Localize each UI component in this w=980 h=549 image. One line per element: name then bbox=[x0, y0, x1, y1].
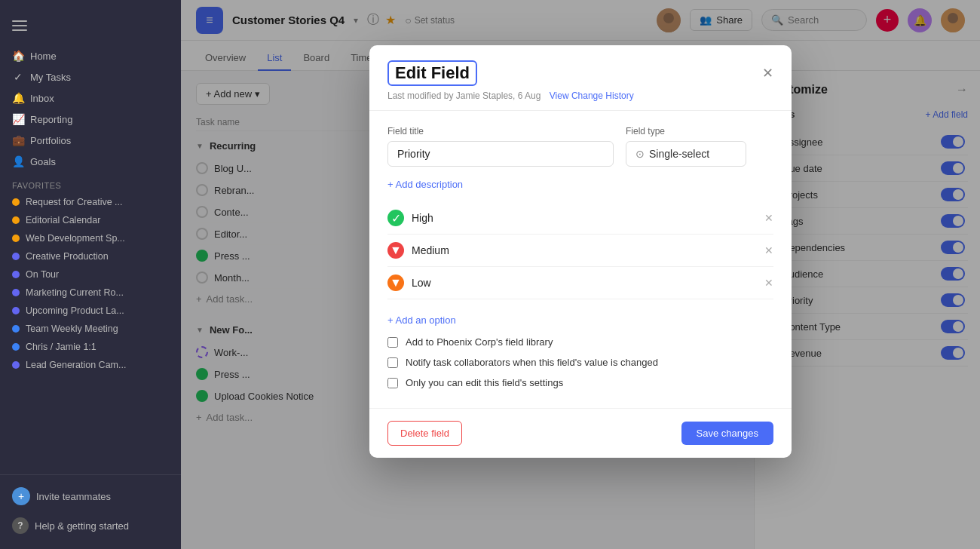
hamburger-menu[interactable] bbox=[9, 15, 30, 36]
sidebar-top bbox=[0, 9, 181, 45]
sidebar-nav: 🏠 Home ✓ My Tasks 🔔 Inbox 📈 Reporting 💼 … bbox=[0, 45, 181, 172]
option-label-medium: Medium bbox=[412, 244, 757, 256]
modal-title-row: Edit Field ✕ bbox=[387, 60, 773, 86]
option-label-low: Low bbox=[412, 277, 757, 289]
checkbox-row-cb1: Add to Phoenix Corp's field library bbox=[387, 332, 773, 352]
field-title-label: Field title bbox=[387, 126, 614, 136]
sidebar-item-reporting[interactable]: 📈 Reporting bbox=[0, 109, 181, 130]
sidebar-item-my-tasks[interactable]: ✓ My Tasks bbox=[0, 66, 181, 87]
sidebar-item-web-dev-sp[interactable]: Web Development Sp... bbox=[0, 229, 181, 247]
fav-dot-icon bbox=[12, 325, 20, 333]
sidebar-item-goals[interactable]: 👤 Goals bbox=[0, 151, 181, 172]
fav-dot-icon bbox=[12, 361, 20, 369]
main-content: ≡ Customer Stories Q4 ▾ ⓘ ★ ○ Set status… bbox=[181, 0, 980, 549]
single-select-icon: ⊙ bbox=[635, 148, 645, 160]
sidebar-item-lead-generation-cam[interactable]: Lead Generation Cam... bbox=[0, 356, 181, 374]
option-row-low: ▼ Low ✕ bbox=[387, 267, 773, 299]
tasks-icon: ✓ bbox=[12, 71, 24, 83]
view-history-link[interactable]: View Change History bbox=[550, 90, 634, 101]
portfolios-icon: 💼 bbox=[12, 134, 24, 146]
modal-overlay: Edit Field ✕ Last modified by Jamie Stap… bbox=[181, 0, 980, 549]
sidebar-item-team-weekly-meeting[interactable]: Team Weekly Meeting bbox=[0, 320, 181, 338]
checkbox-group: Add to Phoenix Corp's field library Noti… bbox=[387, 332, 773, 393]
goals-icon: 👤 bbox=[12, 155, 24, 167]
help-icon: ? bbox=[12, 517, 29, 534]
field-type-group: Field type ⊙ Single-select bbox=[626, 126, 746, 167]
modal-header: Edit Field ✕ Last modified by Jamie Stap… bbox=[369, 45, 792, 111]
modal-subtitle: Last modified by Jamie Staples, 6 Aug Vi… bbox=[387, 90, 773, 101]
sidebar-item-creative-production[interactable]: Creative Production bbox=[0, 247, 181, 265]
edit-field-modal: Edit Field ✕ Last modified by Jamie Stap… bbox=[369, 45, 792, 458]
modal-footer: Delete field Save changes bbox=[369, 408, 792, 458]
field-title-input[interactable] bbox=[387, 141, 614, 167]
fav-dot-icon bbox=[12, 271, 20, 278]
options-list: ✓ High ✕ ▼ Medium ✕ ▼ Low ✕ bbox=[387, 202, 773, 299]
fav-dot-icon bbox=[12, 289, 20, 296]
add-description-button[interactable]: + Add description bbox=[387, 179, 773, 190]
checkbox-label-cb3: Only you can edit this field's settings bbox=[406, 377, 563, 388]
option-row-medium: ▼ Medium ✕ bbox=[387, 235, 773, 267]
sidebar-item-portfolios[interactable]: 💼 Portfolios bbox=[0, 130, 181, 151]
option-icon-high: ✓ bbox=[387, 210, 404, 226]
field-type-select[interactable]: ⊙ Single-select bbox=[626, 141, 746, 167]
option-remove-medium[interactable]: ✕ bbox=[764, 244, 773, 256]
field-config-row: Field title Field type ⊙ Single-select bbox=[387, 126, 773, 167]
field-type-label: Field type bbox=[626, 126, 746, 136]
invite-icon: + bbox=[12, 487, 30, 505]
checkbox-row-cb3: Only you can edit this field's settings bbox=[387, 373, 773, 393]
field-title-group: Field title bbox=[387, 126, 614, 167]
sidebar-item-request-creative[interactable]: Request for Creative ... bbox=[0, 193, 181, 211]
fav-dot-icon bbox=[12, 343, 20, 351]
add-option-button[interactable]: + Add an option bbox=[387, 308, 773, 332]
modal-body: Field title Field type ⊙ Single-select +… bbox=[369, 111, 792, 408]
sidebar-bottom: + Invite teammates ? Help & getting star… bbox=[0, 474, 181, 540]
help-item[interactable]: ? Help & getting started bbox=[0, 511, 181, 540]
checkbox-cb3[interactable] bbox=[387, 378, 398, 388]
option-label-high: High bbox=[412, 212, 757, 224]
sidebar-item-upcoming-product-la[interactable]: Upcoming Product La... bbox=[0, 302, 181, 320]
sidebar-item-editorial-calendar[interactable]: Editorial Calendar bbox=[0, 211, 181, 229]
option-remove-low[interactable]: ✕ bbox=[764, 277, 773, 289]
invite-teammates-item[interactable]: + Invite teammates bbox=[0, 481, 181, 511]
checkbox-cb2[interactable] bbox=[387, 357, 398, 368]
modal-close-button[interactable]: ✕ bbox=[762, 65, 773, 81]
checkbox-row-cb2: Notify task collaborators when this fiel… bbox=[387, 352, 773, 373]
checkbox-label-cb2: Notify task collaborators when this fiel… bbox=[406, 357, 658, 368]
fav-dot-icon bbox=[12, 216, 20, 224]
option-icon-medium: ▼ bbox=[387, 242, 404, 259]
fav-dot-icon bbox=[12, 307, 20, 314]
favorites-list: Request for Creative ... Editorial Calen… bbox=[0, 193, 181, 374]
sidebar: 🏠 Home ✓ My Tasks 🔔 Inbox 📈 Reporting 💼 … bbox=[0, 0, 181, 549]
sidebar-item-inbox[interactable]: 🔔 Inbox bbox=[0, 87, 181, 109]
save-changes-button[interactable]: Save changes bbox=[681, 422, 773, 445]
sidebar-item-home[interactable]: 🏠 Home bbox=[0, 45, 181, 66]
fav-dot-icon bbox=[12, 198, 20, 206]
checkbox-cb1[interactable] bbox=[387, 337, 398, 348]
checkbox-label-cb1: Add to Phoenix Corp's field library bbox=[406, 336, 553, 348]
home-icon: 🏠 bbox=[12, 50, 24, 62]
delete-field-button[interactable]: Delete field bbox=[387, 421, 462, 446]
modal-title: Edit Field bbox=[387, 60, 477, 86]
favorites-label: Favorites bbox=[0, 172, 181, 193]
fav-dot-icon bbox=[12, 235, 20, 242]
option-row-high: ✓ High ✕ bbox=[387, 202, 773, 235]
inbox-icon: 🔔 bbox=[12, 92, 24, 104]
sidebar-item-chris-jamie[interactable]: Chris / Jamie 1:1 bbox=[0, 338, 181, 356]
reporting-icon: 📈 bbox=[12, 113, 24, 125]
option-icon-low: ▼ bbox=[387, 274, 404, 291]
fav-dot-icon bbox=[12, 253, 20, 260]
option-remove-high[interactable]: ✕ bbox=[764, 212, 773, 224]
sidebar-item-marketing-current-ro[interactable]: Marketing Current Ro... bbox=[0, 284, 181, 302]
sidebar-item-on-tour[interactable]: On Tour bbox=[0, 265, 181, 284]
